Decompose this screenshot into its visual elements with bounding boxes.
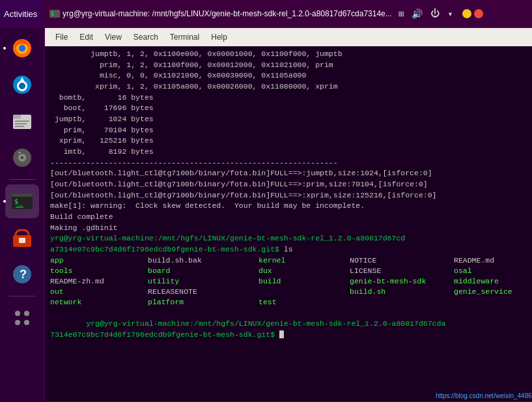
menu-bar: File Edit View Search Terminal Help xyxy=(45,28,532,46)
svg-rect-9 xyxy=(15,123,27,124)
status-url: https://blog.csdn.net/weixin_44862509 xyxy=(436,392,532,399)
svg-point-23 xyxy=(15,311,20,316)
terminal-window: File Edit View Search Terminal Help jump… xyxy=(44,27,532,402)
activities-label: Activities xyxy=(4,9,37,19)
ls-item: LICENSE xyxy=(350,266,454,276)
term-line: imtb, 8192 bytes xyxy=(50,147,532,158)
term-line: Build complete xyxy=(50,212,532,223)
ls-item: out xyxy=(50,287,148,297)
menu-file[interactable]: File xyxy=(50,31,73,43)
files-launcher[interactable] xyxy=(5,104,39,138)
svg-point-2 xyxy=(19,45,25,51)
ls-item: osal xyxy=(454,266,532,276)
ls-item xyxy=(259,287,350,297)
menu-edit[interactable]: Edit xyxy=(74,31,98,43)
taskbar-icon-wrap-help: ? xyxy=(2,257,42,291)
disk-icon xyxy=(10,146,34,169)
taskbar-icon-wrap-thunderbird xyxy=(2,68,42,102)
ls-item: middleware xyxy=(454,276,532,287)
terminal-title-icon: $ xyxy=(49,10,60,18)
taskbar-icon-wrap-files xyxy=(2,104,42,138)
sound-icon: 🔊 xyxy=(409,7,425,21)
term-line: xprim, 1, 2, 0x1105a000, 0x00026000, 0x1… xyxy=(50,81,532,93)
term-line: make[1]: warning: Clock skew detected. Y… xyxy=(50,201,532,212)
terminal-window-title: yrg@yrg-virtual-machine: /mnt/hgfs/LINUX… xyxy=(63,9,392,18)
ls-item: build.sh xyxy=(350,287,454,297)
files-icon xyxy=(10,109,34,133)
minimize-button[interactable] xyxy=(462,9,471,18)
firefox-icon xyxy=(10,36,34,60)
svg-point-13 xyxy=(21,156,23,159)
ls-item: build.sh.bak xyxy=(148,255,259,266)
term-line: prim, 1, 2, 0x1100f000, 0x00012000, 0x11… xyxy=(50,60,532,71)
term-line: ----------------------------------------… xyxy=(50,158,532,169)
taskbar-icon-wrap-store xyxy=(2,221,42,255)
dropdown-icon[interactable]: ▾ xyxy=(445,7,455,21)
svg-rect-10 xyxy=(15,126,24,127)
term-line: [out/bluetooth.light_ctl@tg7100b/binary/… xyxy=(50,179,532,190)
term-prompt-line: yrg@yrg-virtual-machine:/mnt/hgfs/LINUX/… xyxy=(50,233,532,255)
network-icon: ⊞ xyxy=(396,7,406,21)
ls-item: tools xyxy=(50,266,148,276)
svg-rect-16 xyxy=(12,194,33,197)
taskbar-icons: $_ ? xyxy=(0,27,44,335)
store-icon xyxy=(10,226,34,250)
help-launcher[interactable]: ? xyxy=(5,257,39,291)
menu-terminal[interactable]: Terminal xyxy=(165,31,204,43)
svg-text:$: $ xyxy=(51,11,54,17)
thunderbird-icon xyxy=(10,73,34,96)
top-bar-controls: ⊞ 🔊 ⏻ ▾ xyxy=(396,7,483,21)
power-icon[interactable]: ⏻ xyxy=(428,7,442,20)
ls-item: test xyxy=(259,297,350,308)
ls-item: network xyxy=(50,297,148,308)
term-line: prim, 70104 bytes xyxy=(50,125,532,136)
ls-item: genie-bt-mesh-sdk xyxy=(350,276,454,287)
menu-search[interactable]: Search xyxy=(128,31,163,43)
term-line: jumptb, 1, 2, 0x1100e000, 0x00001000, 0x… xyxy=(50,49,532,60)
term-line: misc, 0, 0, 0x11021000, 0x00039000, 0x11… xyxy=(50,70,532,81)
active-indicator-firefox xyxy=(3,47,6,50)
taskbar-icon-wrap-terminal: $_ xyxy=(2,184,42,218)
store-launcher[interactable] xyxy=(5,221,39,255)
terminal-icon: $_ xyxy=(10,190,34,213)
ls-item: board xyxy=(148,266,259,276)
active-indicator-terminal xyxy=(3,200,6,203)
term-line: bomtb, 16 bytes xyxy=(50,93,532,104)
firefox-launcher[interactable] xyxy=(5,31,39,65)
main-area: $ yrg@yrg-virtual-machine: /mnt/hgfs/LIN… xyxy=(44,0,532,402)
ls-item: RELEASENOTE xyxy=(148,287,259,297)
apps-launcher[interactable] xyxy=(5,301,39,335)
activities-bar[interactable]: Activities xyxy=(0,0,44,27)
ls-output: app build.sh.bak kernel NOTICE README.md… xyxy=(50,255,532,308)
term-line: xprim, 125216 bytes xyxy=(50,136,532,147)
close-button[interactable] xyxy=(474,9,483,18)
svg-point-25 xyxy=(15,320,20,325)
taskbar-icon-wrap-disk xyxy=(2,141,42,175)
svg-rect-8 xyxy=(15,121,29,122)
svg-point-24 xyxy=(24,311,29,316)
status-bar: https://blog.csdn.net/weixin_44862509 xyxy=(45,390,532,401)
svg-point-5 xyxy=(19,83,25,89)
svg-rect-20 xyxy=(19,238,25,243)
ls-item: utility xyxy=(148,276,259,287)
menu-view[interactable]: View xyxy=(100,31,127,43)
top-bar: $ yrg@yrg-virtual-machine: /mnt/hgfs/LIN… xyxy=(44,0,532,27)
apps-icon xyxy=(10,306,34,330)
svg-text:$_: $_ xyxy=(14,198,23,206)
term-line: Making .gdbinit xyxy=(50,223,532,234)
ls-item: README-zh.md xyxy=(50,276,148,287)
menu-help[interactable]: Help xyxy=(206,31,232,43)
terminal-output[interactable]: jumptb, 1, 2, 0x1100e000, 0x00001000, 0x… xyxy=(45,46,532,390)
ls-item: kernel xyxy=(259,255,350,266)
taskbar: Activities xyxy=(0,0,44,402)
term-line: [out/bluetooth.light_ctl@tg7100b/binary/… xyxy=(50,168,532,179)
terminal-launcher[interactable]: $_ xyxy=(5,184,39,218)
help-icon: ? xyxy=(10,263,34,286)
disk-launcher[interactable] xyxy=(5,141,39,175)
thunderbird-launcher[interactable] xyxy=(5,68,39,102)
taskbar-separator-2 xyxy=(9,296,35,296)
ls-item: README.md xyxy=(454,255,532,266)
ls-item: genie_service xyxy=(454,287,532,297)
term-line: jumptb, 1024 bytes xyxy=(50,114,532,125)
ls-item: dux xyxy=(259,266,350,276)
